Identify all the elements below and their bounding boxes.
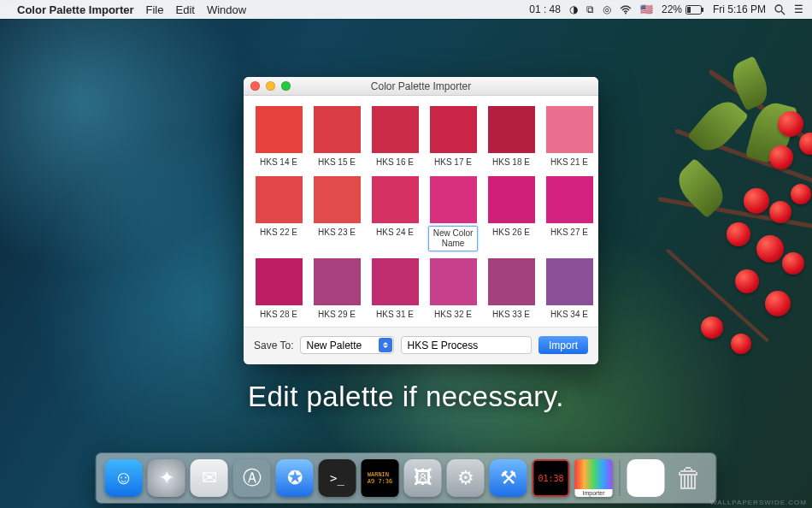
flag-icon[interactable]: 🇺🇸 xyxy=(640,3,653,15)
save-to-value: New Palette xyxy=(306,340,362,351)
dock: ☺✦✉Ⓐ✪>_WARNINA9 7:36🖼⚙⚒01:38Importer□🗑 xyxy=(97,453,716,503)
swatch-label[interactable]: HKS 29 E xyxy=(312,308,362,322)
dock-icon-appstore[interactable]: Ⓐ xyxy=(233,459,271,497)
swatch-chip[interactable] xyxy=(314,258,361,305)
swatch[interactable]: New Color Name xyxy=(428,176,478,251)
swatch[interactable]: HKS 26 E xyxy=(486,176,536,251)
window-zoom-button[interactable] xyxy=(281,81,291,91)
dock-icon-appbox[interactable]: □ xyxy=(627,459,665,497)
window-close-button[interactable] xyxy=(250,81,260,91)
swatch-label[interactable]: HKS 24 E xyxy=(370,226,420,239)
dock-icon-console[interactable]: WARNINA9 7:36 xyxy=(362,459,399,497)
swatch-label[interactable]: HKS 34 E xyxy=(544,308,594,322)
swatch-label[interactable]: HKS 16 E xyxy=(370,156,420,169)
spotlight-icon[interactable] xyxy=(774,4,786,15)
swatch[interactable]: HKS 28 E xyxy=(254,258,303,322)
swatch[interactable]: HKS 24 E xyxy=(370,176,420,251)
swatch-chip[interactable] xyxy=(488,106,535,153)
swatch[interactable]: HKS 23 E xyxy=(312,176,362,251)
swatch[interactable]: HKS 31 E xyxy=(370,258,420,322)
swatch-chip[interactable] xyxy=(372,176,419,223)
swatch[interactable]: HKS 27 E xyxy=(544,176,594,251)
swatch-label[interactable]: HKS 33 E xyxy=(486,308,536,322)
swatch-label[interactable]: HKS 14 E xyxy=(254,156,303,169)
app-menu[interactable]: Color Palette Importer xyxy=(17,3,134,16)
swatch[interactable]: HKS 22 E xyxy=(254,176,303,251)
swatch-chip[interactable] xyxy=(430,106,477,153)
swatch-label[interactable]: HKS 18 E xyxy=(486,156,536,169)
notification-center-icon[interactable]: ☰ xyxy=(794,3,803,15)
menubar-clock-left[interactable]: 01 : 48 xyxy=(529,3,561,15)
menu-window[interactable]: Window xyxy=(207,3,246,16)
battery-percent: 22% xyxy=(662,3,682,15)
swatch-chip[interactable] xyxy=(546,176,593,223)
swatch[interactable]: HKS 15 E xyxy=(312,106,362,169)
window-minimize-button[interactable] xyxy=(266,81,275,91)
menu-edit[interactable]: Edit xyxy=(175,3,194,16)
svg-point-0 xyxy=(625,12,627,14)
dock-icon-safari[interactable]: ✪ xyxy=(276,459,314,497)
swatch-chip[interactable] xyxy=(546,106,593,153)
swatch-chip[interactable] xyxy=(372,258,419,305)
dock-icon-preview[interactable]: 🖼 xyxy=(404,459,442,497)
swatch-label[interactable]: HKS 32 E xyxy=(428,308,478,322)
menubar-clock-right[interactable]: Fri 5:16 PM xyxy=(713,3,766,15)
swatch-label[interactable]: HKS 26 E xyxy=(486,226,536,239)
swatch-label[interactable]: HKS 28 E xyxy=(254,308,303,322)
status-icon-1[interactable]: ◑ xyxy=(569,3,578,15)
bottom-bar: Save To: New Palette HKS E Process Impor… xyxy=(244,327,598,364)
swatch-chip[interactable] xyxy=(372,106,419,153)
swatch-label[interactable]: HKS 21 E xyxy=(544,156,594,169)
window-title: Color Palette Importer xyxy=(371,80,471,92)
dock-icon-mail[interactable]: ✉ xyxy=(191,459,228,497)
dock-icon-launchpad[interactable]: ✦ xyxy=(148,459,185,497)
dock-icon-terminal[interactable]: >_ xyxy=(319,459,356,497)
swatch[interactable]: HKS 14 E xyxy=(254,106,303,169)
battery-status[interactable]: 22% xyxy=(662,3,704,15)
swatch-chip[interactable] xyxy=(314,176,361,223)
swatch-name-input[interactable]: New Color Name xyxy=(428,226,478,251)
dock-icon-trash[interactable]: 🗑 xyxy=(670,459,708,497)
swatch-label[interactable]: HKS 15 E xyxy=(312,156,362,169)
palette-name-field[interactable]: HKS E Process xyxy=(401,336,532,354)
swatch-chip[interactable] xyxy=(256,176,303,223)
import-button[interactable]: Import xyxy=(538,336,588,354)
swatch[interactable]: HKS 16 E xyxy=(370,106,420,169)
swatch-label[interactable]: HKS 22 E xyxy=(254,226,303,239)
wifi-icon[interactable] xyxy=(620,5,632,15)
importer-window: Color Palette Importer HKS 14 EHKS 15 EH… xyxy=(244,77,598,364)
swatch[interactable]: HKS 21 E xyxy=(544,106,594,169)
swatch-chip[interactable] xyxy=(430,258,477,305)
swatch[interactable]: HKS 34 E xyxy=(544,258,594,322)
dock-icon-clock[interactable]: 01:38 xyxy=(533,459,570,497)
swatch-chip[interactable] xyxy=(256,258,303,305)
dropbox-icon[interactable]: ⧉ xyxy=(586,3,594,15)
swatch-label[interactable]: HKS 17 E xyxy=(428,156,478,169)
dock-icon-finder[interactable]: ☺ xyxy=(105,459,143,497)
swatch[interactable]: HKS 33 E xyxy=(486,258,536,322)
swatch-chip[interactable] xyxy=(314,106,361,153)
dock-icon-automator[interactable]: ⚙ xyxy=(447,459,485,497)
sync-icon[interactable]: ◎ xyxy=(603,3,611,15)
swatch-chip[interactable] xyxy=(430,176,477,223)
window-titlebar[interactable]: Color Palette Importer xyxy=(244,77,598,96)
wallpaper-watermark: WALLPAPERSWIDE.COM xyxy=(710,499,807,506)
swatch-chip[interactable] xyxy=(256,106,303,153)
save-to-select[interactable]: New Palette xyxy=(300,336,394,354)
swatch-label[interactable]: HKS 31 E xyxy=(370,308,420,322)
swatch[interactable]: HKS 29 E xyxy=(312,258,362,322)
swatch[interactable]: HKS 18 E xyxy=(486,106,536,169)
dock-icon-xcode[interactable]: ⚒ xyxy=(490,459,527,497)
svg-rect-3 xyxy=(687,7,691,13)
swatch[interactable]: HKS 17 E xyxy=(428,106,478,169)
swatch-label[interactable]: HKS 23 E xyxy=(312,226,362,239)
swatch-chip[interactable] xyxy=(546,258,593,305)
save-to-label: Save To: xyxy=(254,340,293,351)
menu-bar: Color Palette Importer File Edit Window … xyxy=(0,0,812,19)
menu-file[interactable]: File xyxy=(146,3,164,16)
dock-icon-importer[interactable]: Importer xyxy=(575,459,613,497)
swatch-chip[interactable] xyxy=(488,258,535,305)
swatch[interactable]: HKS 32 E xyxy=(428,258,478,322)
swatch-chip[interactable] xyxy=(488,176,535,223)
swatch-label[interactable]: HKS 27 E xyxy=(544,226,594,239)
